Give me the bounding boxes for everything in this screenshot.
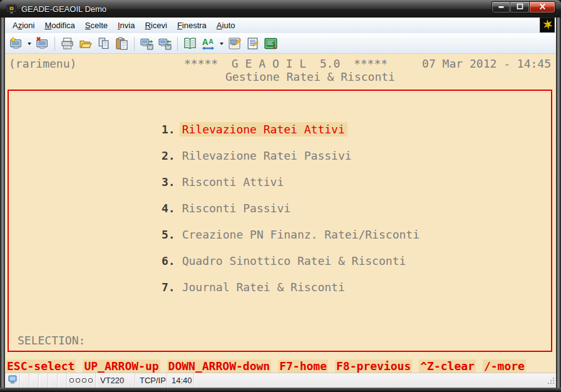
terminal-setup-button[interactable] [262, 36, 279, 52]
status-cell [58, 373, 67, 388]
status-time: 14:40 [167, 373, 194, 388]
menu-bar-items: AzioniModificaScelteInviaRiceviFinestraA… [8, 18, 240, 33]
disconnect-button[interactable] [34, 36, 51, 52]
new-session-icon [9, 37, 23, 50]
menu-item-aiuto[interactable]: Aiuto [212, 18, 240, 33]
key-hint[interactable]: UP_ARROW-up [83, 359, 160, 373]
status-filler [194, 373, 556, 388]
new-session-button[interactable] [8, 36, 24, 52]
disconnect-icon [36, 37, 49, 50]
font-button[interactable]: AA [200, 36, 217, 52]
terminal-header-left: (rarimenu) [9, 57, 76, 70]
item-number: 2. [162, 149, 175, 162]
paste-icon [115, 37, 128, 50]
font-dropdown[interactable] [218, 36, 225, 52]
key-hint[interactable]: F8-previous [335, 359, 412, 373]
send-file-button[interactable] [138, 36, 155, 52]
close-button[interactable] [529, 1, 555, 13]
item-label: Rilevazione Ratei Passivi [182, 149, 352, 162]
led-indicator [76, 378, 80, 383]
led-indicator [69, 378, 74, 383]
terminal-menu-item-4[interactable]: 4.Risconti Passivi [162, 202, 291, 215]
item-label: Risconti Passivi [182, 202, 291, 215]
keyboard-map-button[interactable] [182, 36, 198, 52]
terminal-menu-item-5[interactable]: 5.Creazione PN Finanz. Ratei/Risconti [162, 228, 419, 241]
status-cell [39, 373, 48, 388]
window-frame-bottom [0, 388, 561, 392]
maximize-icon [516, 3, 524, 12]
menu-item-scelte[interactable]: Scelte [80, 18, 113, 33]
window-controls [492, 1, 555, 13]
key-hint[interactable]: F7-home [278, 359, 328, 373]
terminal-subtitle: Gestione Ratei & Risconti [225, 70, 395, 83]
toolbar-separator [177, 37, 178, 51]
item-number: 1. [162, 123, 175, 136]
maximize-button[interactable] [510, 1, 529, 13]
item-label: Rilevazione Ratei Attivi [180, 122, 347, 137]
status-leds [67, 373, 96, 388]
open-button[interactable] [77, 36, 94, 52]
minimize-button[interactable] [492, 1, 510, 13]
open-icon [79, 37, 92, 50]
resize-grip[interactable] [548, 377, 555, 386]
terminal-screen[interactable]: (rarimenu) ***** G E A O I L 5.0 ***** 0… [5, 54, 556, 373]
status-bar: VT220 TCP/IP 14:40 [5, 373, 556, 388]
status-cell [48, 373, 58, 388]
window-frame-left [0, 18, 5, 392]
key-hint[interactable]: /-more [483, 359, 526, 373]
notepad-button[interactable] [244, 36, 261, 52]
status-terminal-type: VT220 [96, 373, 135, 388]
toolbar-separator [134, 37, 135, 51]
status-cell [29, 373, 39, 388]
terminal-title: ***** G E A O I L 5.0 ***** [184, 57, 388, 70]
key-hint[interactable]: ^Z-clear [419, 359, 476, 373]
terminal-menu-item-6[interactable]: 6.Quadro Sinottico Ratei & Risconti [162, 254, 406, 267]
key-hint[interactable]: DOWN_ARROW-down [167, 359, 272, 373]
copy-button[interactable] [95, 36, 112, 52]
new-session-dropdown[interactable] [26, 36, 33, 52]
print-icon [61, 37, 74, 50]
item-label: Creazione PN Finanz. Ratei/Risconti [182, 228, 419, 241]
toolbar: AA [5, 33, 556, 54]
copy-icon [97, 37, 110, 50]
client-area: AzioniModificaScelteInviaRiceviFinestraA… [5, 18, 556, 388]
menu-item-azioni[interactable]: Azioni [8, 18, 39, 33]
keyboard-map-icon [183, 37, 197, 50]
menu-item-modifica[interactable]: Modifica [39, 18, 80, 33]
terminal-menu-item-3[interactable]: 3.Risconti Attivi [162, 175, 284, 188]
terminal-menu-item-1[interactable]: 1.Rilevazione Ratei Attivi [162, 123, 347, 136]
menu-item-ricevi[interactable]: Ricevi [140, 18, 172, 33]
display-setup-button[interactable] [226, 36, 243, 52]
svg-text:A: A [208, 38, 214, 45]
terminal-menu-item-2[interactable]: 2.Rilevazione Ratei Passivi [162, 149, 352, 162]
item-number: 7. [162, 281, 175, 294]
receive-file-icon [158, 37, 172, 50]
display-setup-icon [228, 37, 241, 50]
key-hint[interactable]: ESC-select [6, 359, 76, 373]
minimize-icon [497, 3, 505, 12]
led-indicator [82, 378, 86, 383]
print-button[interactable] [59, 36, 76, 52]
item-number: 3. [162, 175, 175, 188]
item-number: 5. [162, 228, 175, 241]
window-title: GEADE-GEAOIL Demo [21, 4, 106, 14]
status-protocol: TCP/IP [135, 373, 167, 388]
notepad-icon [246, 37, 259, 50]
selection-prompt[interactable]: SELECTION: [18, 334, 85, 347]
menu-box: SELECTION: 1.Rilevazione Ratei Attivi2.R… [8, 90, 552, 352]
menu-item-finestra[interactable]: Finestra [172, 18, 212, 33]
terminal-menu-item-7[interactable]: 7.Journal Ratei & Risconti [162, 281, 345, 294]
svg-text:A: A [202, 38, 208, 47]
app-window: GEADE-GEAOIL Demo AzioniModificaScelteIn… [0, 0, 561, 392]
item-label: Risconti Attivi [182, 175, 284, 188]
title-bar[interactable]: GEADE-GEAOIL Demo [0, 0, 561, 18]
connection-status-cell[interactable] [5, 373, 20, 388]
led-indicator [88, 378, 93, 383]
send-file-icon [140, 37, 153, 50]
key-hints-bar: ESC-selectUP_ARROW-upDOWN_ARROW-downF7-h… [6, 359, 526, 373]
paste-button[interactable] [113, 36, 130, 52]
terminal-datetime: 07 Mar 2012 - 14:45 [422, 57, 551, 70]
menu-item-invia[interactable]: Invia [113, 18, 140, 33]
window-frame-right [556, 18, 561, 392]
receive-file-button[interactable] [157, 36, 173, 52]
